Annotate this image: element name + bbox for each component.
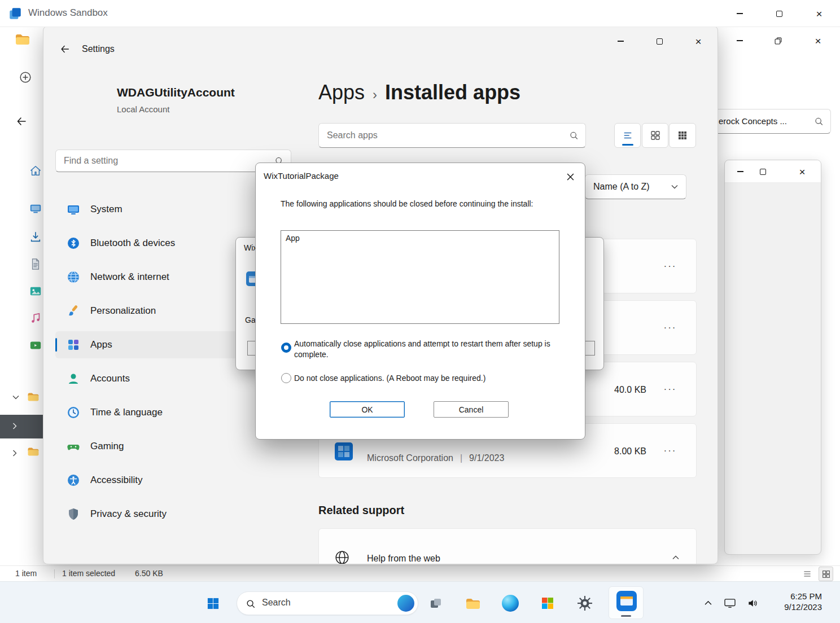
tree-selected-row[interactable] xyxy=(0,415,43,438)
documents-icon[interactable] xyxy=(29,258,42,270)
bg-minimize-button[interactable] xyxy=(729,160,751,183)
settings-back-button[interactable] xyxy=(55,40,75,58)
list-view-button[interactable] xyxy=(614,123,641,148)
settings-minimize-button[interactable] xyxy=(607,29,633,54)
volume-tray-button[interactable] xyxy=(743,595,762,611)
icons-view-icon xyxy=(822,570,830,578)
search-apps-input[interactable] xyxy=(319,124,564,147)
app-date: 9/1/2023 xyxy=(469,453,504,463)
more-options-button[interactable]: ··· xyxy=(659,381,681,398)
more-options-button[interactable]: ··· xyxy=(659,442,681,459)
settings-close-button[interactable]: × xyxy=(685,29,711,54)
sidebar-item-accessibility[interactable]: Accessibility xyxy=(55,467,291,494)
sidebar-item-label: Personalization xyxy=(90,305,156,317)
music-icon[interactable] xyxy=(29,312,42,324)
app-publisher: Microsoft Corporation xyxy=(367,453,453,463)
task-view-button[interactable] xyxy=(424,591,448,615)
edge-button[interactable] xyxy=(498,591,522,615)
videos-icon[interactable] xyxy=(29,339,42,352)
chevron-up-icon[interactable] xyxy=(672,555,679,560)
sidebar-item-label: Accessibility xyxy=(90,475,143,486)
chevron-down-icon[interactable] xyxy=(12,395,19,400)
sandbox-title: Windows Sandbox xyxy=(28,7,108,19)
clock[interactable]: 6:25 PM 9/12/2023 xyxy=(768,591,822,612)
maximize-icon xyxy=(657,38,663,45)
tiles-view-button[interactable] xyxy=(669,123,696,148)
page-title: Installed apps xyxy=(385,81,520,104)
explorer-restore-button[interactable] xyxy=(765,28,791,53)
taskbar-search-box[interactable]: Search xyxy=(237,591,418,615)
more-options-button[interactable]: ··· xyxy=(659,319,681,336)
home-icon[interactable] xyxy=(29,165,42,177)
settings-maximize-button[interactable] xyxy=(646,29,672,54)
radio-do-not-close[interactable] xyxy=(281,373,291,383)
dialog-message: The following applications should be clo… xyxy=(281,199,574,208)
search-icon xyxy=(569,131,579,141)
cancel-button-label: Cancel xyxy=(459,405,484,414)
settings-taskbar-button[interactable] xyxy=(573,591,597,615)
file-explorer-button[interactable] xyxy=(461,591,485,615)
pictures-icon[interactable] xyxy=(29,285,42,297)
sort-value: Name (A to Z) xyxy=(593,182,650,192)
restore-icon xyxy=(775,37,782,45)
sandbox-minimize-button[interactable] xyxy=(727,1,753,26)
wix-files-in-use-dialog: WixTutorialPackage The following applica… xyxy=(255,163,585,440)
grid-view-button[interactable] xyxy=(642,123,668,148)
icons-view-button[interactable] xyxy=(819,567,833,581)
sandbox-close-button[interactable]: × xyxy=(806,1,832,26)
wix-window-text: Ga xyxy=(245,315,256,324)
breadcrumb-root[interactable]: Apps xyxy=(318,81,365,104)
clock-icon xyxy=(67,406,80,419)
ok-button-label: OK xyxy=(361,405,373,414)
bing-icon[interactable] xyxy=(397,595,414,612)
grid-view-icon xyxy=(650,130,660,141)
radio-do-not-close-label[interactable]: Do not close applications. (A Reboot may… xyxy=(294,374,565,383)
status-item-count: 1 item xyxy=(15,569,37,578)
downloads-icon[interactable] xyxy=(29,231,42,243)
radio-close-applications-selected[interactable] xyxy=(281,343,291,353)
windows-sandbox-taskbar-icon xyxy=(616,591,637,611)
sidebar-item-label: Accounts xyxy=(90,373,130,384)
background-window: × xyxy=(724,160,821,555)
close-icon: × xyxy=(799,166,805,177)
explorer-search-box[interactable]: erock Concepts ... xyxy=(712,109,831,134)
explorer-minimize-button[interactable] xyxy=(727,28,753,53)
microsoft-logo-button[interactable] xyxy=(536,591,559,615)
personalization-brush-icon xyxy=(67,304,80,318)
desktop-icon[interactable] xyxy=(29,203,42,215)
new-button[interactable] xyxy=(17,69,34,86)
speaker-icon xyxy=(746,598,759,609)
explorer-back-button[interactable] xyxy=(12,113,30,130)
ok-button[interactable]: OK xyxy=(330,401,405,418)
help-label: Help from the web xyxy=(367,554,440,564)
listbox-item[interactable]: App xyxy=(281,231,559,245)
start-button[interactable] xyxy=(201,591,225,615)
chevron-right-icon[interactable] xyxy=(12,450,17,457)
tree-folder-icon[interactable] xyxy=(27,446,40,457)
windows-sandbox-taskbar-button[interactable] xyxy=(609,586,644,619)
sandbox-maximize-button[interactable] xyxy=(766,1,792,26)
tree-folder-icon[interactable] xyxy=(27,392,40,402)
windows-sandbox-window: × erock Concepts ... xyxy=(0,0,840,623)
dialog-close-button[interactable] xyxy=(559,168,581,186)
more-options-icon: ··· xyxy=(664,384,677,395)
bg-close-button[interactable]: × xyxy=(791,160,813,183)
cancel-button[interactable]: Cancel xyxy=(434,401,509,418)
display-tray-button[interactable] xyxy=(721,595,739,611)
explorer-close-button[interactable]: × xyxy=(805,28,831,53)
sidebar-item-label: Network & internet xyxy=(90,271,169,283)
find-setting-input[interactable] xyxy=(56,150,269,172)
help-card[interactable]: Help from the web xyxy=(318,528,697,564)
details-view-button[interactable] xyxy=(800,567,814,581)
maximize-icon xyxy=(760,169,766,175)
tray-chevron-button[interactable] xyxy=(700,594,716,611)
applications-listbox[interactable]: App xyxy=(281,230,559,324)
sort-dropdown[interactable]: Name (A to Z) xyxy=(585,174,686,199)
more-options-button[interactable]: ··· xyxy=(659,258,681,275)
taskbar: Search xyxy=(0,581,840,623)
minimize-icon xyxy=(737,40,743,41)
sidebar-item-privacy-security[interactable]: Privacy & security xyxy=(55,501,291,528)
radio-close-applications-label[interactable]: Automatically close applications and att… xyxy=(294,339,559,360)
bg-maximize-button[interactable] xyxy=(752,160,773,183)
sidebar-item-label: Privacy & security xyxy=(90,508,167,520)
